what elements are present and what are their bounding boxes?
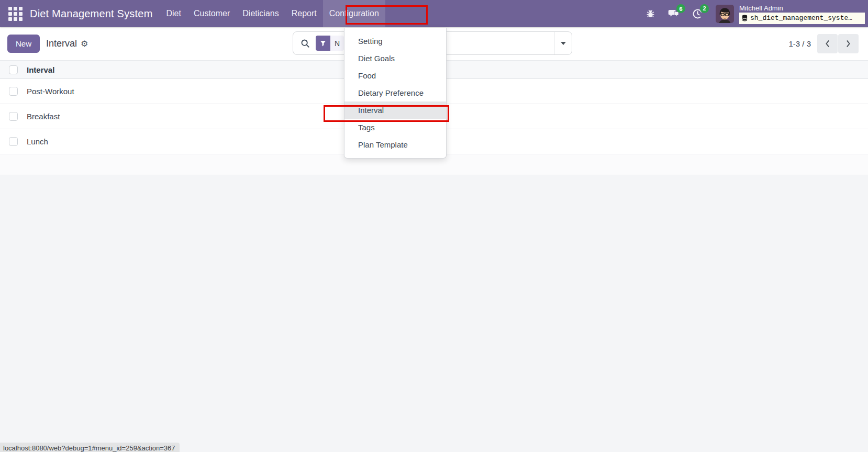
nav-menus: DietCustomerDieticiansReportConfiguratio…: [160, 0, 385, 27]
database-name-box: sh_diet_management_syste…: [739, 13, 865, 24]
page-title: Interval: [46, 38, 77, 49]
dropdown-menu-item[interactable]: Diet Goals: [344, 50, 446, 67]
messages-icon[interactable]: 6: [668, 8, 680, 19]
pager-next-button[interactable]: [838, 34, 859, 53]
configuration-dropdown-menu: Setting Diet Goals Food Dietary Preferen…: [344, 28, 447, 159]
nav-menu-item[interactable]: Dieticians: [236, 0, 285, 27]
pagination: 1-3 / 3: [788, 27, 859, 60]
nav-menu-item[interactable]: Report: [285, 0, 323, 27]
dropdown-menu-item[interactable]: Dietary Preference: [344, 84, 446, 101]
database-name: sh_diet_management_syste…: [750, 14, 852, 22]
nav-menu-item[interactable]: Diet: [160, 0, 187, 27]
dropdown-menu-item[interactable]: Interval: [344, 101, 446, 119]
search-filter-facet[interactable]: N: [316, 36, 344, 51]
activities-count-badge: 2: [700, 4, 709, 13]
activities-clock-icon[interactable]: 2: [692, 8, 703, 19]
messages-count-badge: 6: [676, 4, 685, 13]
user-menu[interactable]: Mitchell Admin sh_diet_management_syste…: [739, 4, 868, 24]
row-checkbox[interactable]: [9, 137, 18, 146]
row-interval-name: Breakfast: [27, 112, 60, 121]
chevron-left-icon: [825, 40, 830, 48]
dropdown-menu-item[interactable]: Tags: [344, 119, 446, 136]
user-avatar[interactable]: [716, 5, 734, 23]
status-bar-url: localhost:8080/web?debug=1#menu_id=259&a…: [0, 443, 180, 452]
chevron-down-icon: [561, 42, 566, 45]
row-checkbox[interactable]: [9, 112, 18, 121]
top-navbar: Diet Management System DietCustomerDieti…: [0, 0, 868, 27]
database-icon: [742, 15, 748, 21]
nav-menu-item[interactable]: Customer: [187, 0, 236, 27]
dropdown-menu-item[interactable]: Food: [344, 67, 446, 84]
dropdown-menu-item[interactable]: Plan Template: [344, 136, 446, 153]
chevron-right-icon: [845, 40, 851, 48]
search-icon: [301, 39, 310, 48]
row-interval-name: Lunch: [27, 137, 48, 146]
user-name: Mitchell Admin: [739, 4, 868, 13]
apps-grid-icon[interactable]: [8, 7, 23, 21]
pager-previous-button[interactable]: [817, 34, 838, 53]
search-options-toggle[interactable]: [554, 32, 572, 54]
filter-funnel-icon: [316, 36, 330, 51]
debug-bug-icon[interactable]: [646, 9, 655, 19]
new-button[interactable]: New: [7, 35, 40, 53]
breadcrumb-title: Interval ⚙: [46, 38, 88, 49]
search-facet-label: N: [330, 36, 344, 51]
column-header-interval: Interval: [27, 65, 54, 74]
dropdown-menu-item[interactable]: Setting: [344, 32, 446, 50]
app-brand-title[interactable]: Diet Management System: [30, 8, 153, 20]
gear-icon[interactable]: ⚙: [81, 40, 88, 48]
row-interval-name: Post-Workout: [27, 87, 74, 96]
row-checkbox[interactable]: [9, 87, 18, 96]
select-all-checkbox[interactable]: [9, 65, 18, 74]
pagination-range: 1-3 / 3: [788, 39, 811, 48]
nav-menu-item[interactable]: Configuration: [323, 0, 385, 27]
